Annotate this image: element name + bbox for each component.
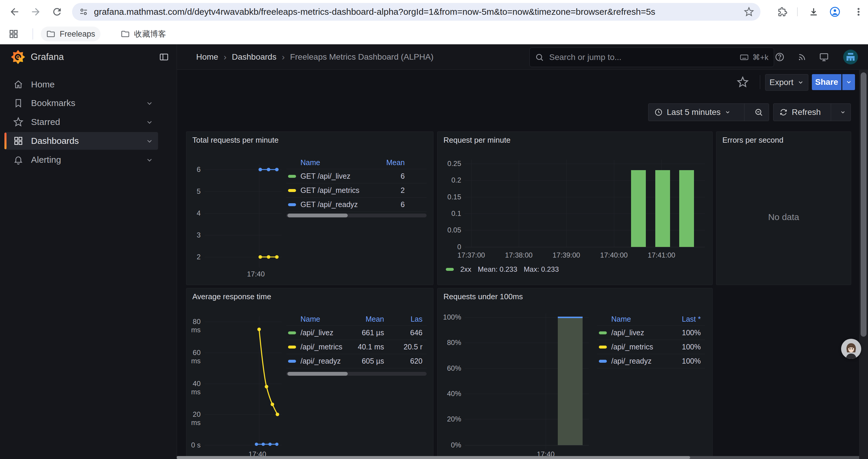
series-name: /api/_livez [301, 328, 333, 337]
bar-2xx[interactable] [679, 170, 694, 247]
share-button[interactable]: Share [812, 74, 841, 90]
user-avatar[interactable] [843, 50, 858, 64]
bookmark-folder-blogs[interactable]: 收藏博客 [115, 27, 172, 41]
bookmark-star-icon[interactable] [744, 7, 754, 17]
vertical-scroll-thumb[interactable] [861, 72, 867, 337]
col-name[interactable]: Name [301, 158, 320, 167]
legend-table: Name Mean Las /api/_livez 661 µs 646 /ap… [286, 313, 427, 368]
chevron-down-icon [840, 109, 846, 115]
sidebar-item-dashboards[interactable]: Dashboards [4, 132, 158, 150]
legend-row[interactable]: GET /api/_readyz 6 [286, 198, 427, 212]
col-last[interactable]: Las [397, 315, 423, 323]
y-tick: 0.25 [438, 160, 461, 168]
chevron-down-icon[interactable] [146, 156, 153, 164]
legend-row[interactable]: /api/_readyz 605 µs 620 [286, 354, 427, 368]
favorite-star-icon[interactable] [737, 76, 749, 88]
avg-response-line-chart[interactable] [186, 288, 287, 459]
refresh-group: Refresh [773, 103, 851, 121]
legend-row[interactable]: /api/_metrics 40.1 ms 20.5 r [286, 340, 427, 354]
bar-2xx[interactable] [631, 170, 646, 247]
sidebar-item-starred[interactable]: Starred [4, 113, 158, 131]
export-button[interactable]: Export [765, 74, 808, 91]
table-hscrollbar[interactable] [286, 372, 427, 376]
reload-icon[interactable] [52, 6, 63, 18]
assistant-avatar[interactable] [841, 339, 861, 359]
sidebar-item-bookmarks[interactable]: Bookmarks [4, 94, 158, 112]
forward-icon[interactable] [30, 6, 41, 18]
legend-row[interactable]: GET /api/_livez 6 [286, 169, 427, 184]
x-tick: 17:40:00 [593, 251, 634, 259]
bookmark-label: 收藏博客 [134, 29, 166, 39]
bookmark-folder-freeleaps[interactable]: Freeleaps [41, 27, 100, 41]
series-last: 100% [667, 328, 701, 337]
refresh-button[interactable]: Refresh [773, 104, 827, 121]
y-tick: 0% [438, 441, 461, 449]
col-name[interactable]: Name [301, 315, 320, 323]
breadcrumb-separator: › [224, 52, 226, 62]
bar-under-100ms[interactable] [558, 317, 583, 445]
legend[interactable]: 2xx Mean: 0.233 Max: 0.233 [446, 265, 559, 273]
col-mean[interactable]: Mean [375, 158, 405, 167]
panel-title[interactable]: Request per minute [443, 136, 510, 145]
series-last: 646 [397, 328, 423, 337]
series-last: 100% [667, 357, 701, 365]
series-swatch [288, 346, 296, 349]
share-dropdown-button[interactable] [842, 74, 855, 90]
bell-icon [13, 155, 23, 165]
chevron-down-icon [725, 109, 731, 115]
legend-row[interactable]: /api/_livez 100% [597, 326, 705, 340]
vertical-scrollbar[interactable] [859, 69, 868, 459]
chevron-down-icon[interactable] [146, 100, 153, 107]
site-settings-icon[interactable] [79, 7, 89, 17]
search-input[interactable] [549, 52, 740, 62]
sidebar-item-home[interactable]: Home [4, 76, 158, 93]
search-bar[interactable]: ⌘+k [529, 47, 774, 67]
col-mean[interactable]: Mean [349, 315, 384, 323]
scroll-thumb[interactable] [287, 214, 348, 218]
active-indicator [4, 133, 6, 149]
kiosk-monitor-icon[interactable] [819, 52, 829, 62]
horizontal-scrollbar[interactable] [177, 456, 859, 459]
apps-grid-icon[interactable] [8, 29, 19, 39]
url-bar[interactable]: grafana.mathmast.com/d/deytv4rwavabkb/fr… [72, 3, 761, 21]
bookmarks-divider [32, 28, 33, 40]
legend-row[interactable]: /api/_readyz 100% [597, 354, 705, 368]
breadcrumb-dashboards[interactable]: Dashboards [232, 52, 277, 62]
extensions-icon[interactable] [777, 6, 788, 17]
col-name[interactable]: Name [611, 315, 631, 323]
panel-title[interactable]: Requests under 100ms [443, 292, 523, 301]
help-icon[interactable] [775, 52, 785, 62]
legend-row[interactable]: GET /api/_metrics 2 [286, 184, 427, 198]
series-mean: 2 [375, 186, 405, 195]
chevron-down-icon[interactable] [146, 137, 153, 145]
back-icon[interactable] [9, 6, 20, 18]
sidebar-item-alerting[interactable]: Alerting [4, 151, 158, 169]
series-swatch [288, 360, 296, 363]
col-last[interactable]: Last * [667, 315, 701, 323]
profile-icon[interactable] [829, 6, 841, 18]
bar-2xx[interactable] [655, 170, 670, 247]
breadcrumb-home[interactable]: Home [196, 52, 218, 62]
sidebar-item-label: Starred [31, 117, 60, 127]
chevron-down-icon[interactable] [146, 119, 153, 126]
time-range-picker[interactable]: Last 5 minutes [649, 104, 740, 121]
horizontal-scroll-thumb[interactable] [177, 456, 690, 459]
menu-dots-icon[interactable] [853, 6, 864, 17]
news-rss-icon[interactable] [797, 52, 807, 62]
chevron-down-icon [797, 79, 804, 86]
refresh-interval-dropdown[interactable] [835, 104, 850, 121]
series-name: /api/_livez [611, 328, 644, 337]
table-hscrollbar[interactable] [286, 214, 427, 218]
legend-row[interactable]: /api/_livez 661 µs 646 [286, 326, 427, 340]
zoom-out-button[interactable] [749, 104, 769, 121]
panel-title[interactable]: Errors per second [722, 136, 783, 145]
legend-row[interactable]: /api/_metrics 100% [597, 340, 705, 354]
url-text[interactable]: grafana.mathmast.com/d/deytv4rwavabkb/fr… [94, 7, 744, 17]
total-requests-line-chart[interactable] [186, 132, 287, 285]
breadcrumb-current: Freeleaps Metrics Dashboard (ALPHA) [290, 52, 434, 62]
sidebar-toggle-icon[interactable] [159, 52, 169, 62]
grafana-logo[interactable] [11, 50, 25, 64]
toolbar-divider [797, 7, 798, 16]
scroll-thumb[interactable] [287, 372, 348, 376]
download-icon[interactable] [808, 6, 819, 17]
